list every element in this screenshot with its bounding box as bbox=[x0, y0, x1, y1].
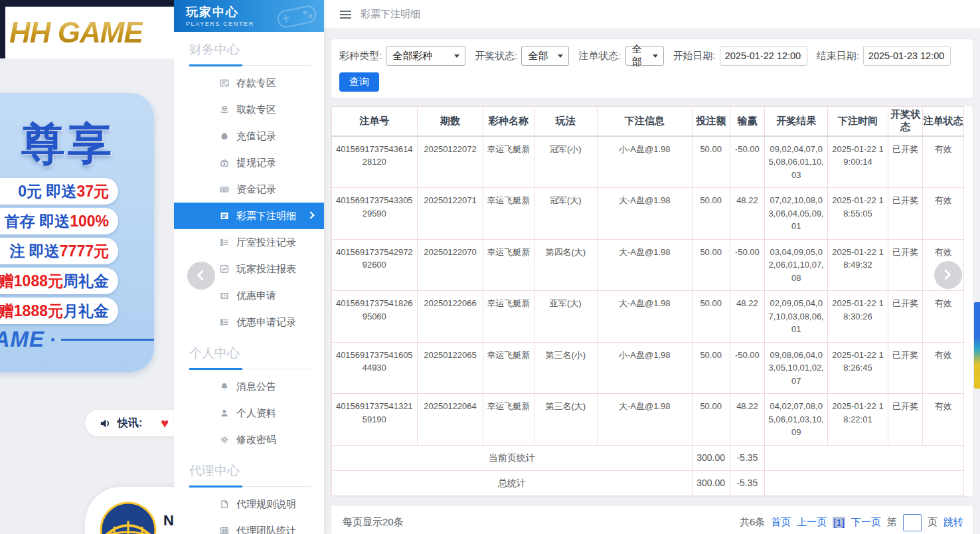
sidebar-item-recharge-record[interactable]: 充值记录 bbox=[174, 123, 324, 149]
table-cell: 小-A盘@1.98 bbox=[597, 136, 692, 188]
table-cell: 50.00 bbox=[692, 136, 730, 188]
query-button[interactable]: 查询 bbox=[339, 72, 379, 92]
sidebar-item-profile[interactable]: 个人资料 bbox=[174, 400, 324, 426]
hall-bet-record-icon bbox=[219, 237, 230, 248]
sidebar-item-withdraw-record[interactable]: 提现记录 bbox=[174, 149, 324, 176]
promo-pill-text: 首存 即送 bbox=[5, 211, 70, 232]
order-status-select[interactable]: 全部 bbox=[625, 46, 664, 66]
profile-icon bbox=[219, 408, 230, 418]
chevron-right-icon bbox=[941, 270, 951, 280]
table-header-cell: 投注额 bbox=[692, 107, 730, 136]
bets-table: 注单号期数彩种名称玩法下注信息投注额输赢开奖结果下注时间开奖状态注单状态 401… bbox=[331, 106, 964, 496]
table-cell: 已开奖 bbox=[888, 188, 922, 240]
promo-pill-text: 月礼金 bbox=[63, 301, 109, 321]
promo-pill: 加赠1088元周礼金 bbox=[0, 268, 118, 294]
promo-pill-text: 加赠1088元 bbox=[0, 271, 63, 292]
next-page-link[interactable]: 下一页 bbox=[851, 516, 881, 529]
sidebar-item-label: 代理规则说明 bbox=[236, 498, 296, 511]
team-logo-icon bbox=[100, 501, 157, 534]
table-cell: 04,02,07,08,05,06,01,03,10,09 bbox=[765, 394, 828, 446]
table-header-cell: 玩法 bbox=[534, 107, 597, 136]
menu-toggle-icon[interactable] bbox=[340, 9, 351, 21]
sidebar-item-bet-detail[interactable]: 彩票下注明细 bbox=[174, 203, 324, 229]
table-cell: 冠军(小) bbox=[534, 136, 597, 188]
topbar: 彩票下注明细 bbox=[324, 0, 980, 29]
table-cell: 有效 bbox=[923, 136, 964, 188]
page-size-text: 每页显示20条 bbox=[343, 516, 404, 529]
end-date-input[interactable] bbox=[863, 46, 951, 66]
table-cell: 大-A盘@1.98 bbox=[597, 188, 692, 240]
promo-headline: 尊享 bbox=[21, 114, 114, 174]
lottery-type-select[interactable]: 全部彩种 bbox=[386, 46, 465, 66]
table-header-cell: 注单号 bbox=[332, 107, 418, 136]
service-widget-tab[interactable] bbox=[974, 302, 980, 389]
table-header-cell: 期数 bbox=[417, 107, 483, 136]
bets-table-panel: 注单号期数彩种名称玩法下注信息投注额输赢开奖结果下注时间开奖状态注单状态 401… bbox=[331, 106, 973, 497]
pagination-bar: 每页显示20条 共6条 首页 上一页 [1] 下一页 第 页 跳转 bbox=[331, 505, 973, 534]
recharge-record-icon bbox=[219, 131, 230, 141]
table-cell: 有效 bbox=[923, 188, 964, 240]
sidebar-item-agent-rules[interactable]: 代理规则说明 bbox=[174, 491, 324, 517]
table-cell: 02,09,05,04,07,10,03,08,06,01 bbox=[765, 291, 828, 343]
sidebar-item-hall-bet-record[interactable]: 厅室投注记录 bbox=[174, 229, 324, 256]
jump-page-input[interactable] bbox=[903, 514, 922, 531]
promo-apply-icon bbox=[219, 290, 230, 301]
table-cell: 20250122064 bbox=[417, 394, 483, 446]
first-page-link[interactable]: 首页 bbox=[771, 516, 791, 529]
summary-bet-total: 300.00 bbox=[692, 445, 730, 470]
summary-bet-total: 300.00 bbox=[692, 470, 730, 495]
table-body: 40156917375436142812020250122072幸运飞艇新冠军(… bbox=[332, 136, 964, 496]
table-header-cell: 下注时间 bbox=[828, 107, 888, 136]
table-header-cell: 下注信息 bbox=[597, 107, 692, 136]
sidebar-item-agent-team[interactable]: 代理团队统计 bbox=[174, 517, 324, 534]
sidebar-item-password[interactable]: 修改密码 bbox=[174, 426, 324, 453]
table-cell: 幸运飞艇新 bbox=[483, 342, 534, 394]
sidebar-item-promo-apply-record[interactable]: 优惠申请记录 bbox=[174, 309, 324, 335]
promo-footer: GAME bbox=[0, 327, 154, 352]
table-cell: 401569173754297292600 bbox=[332, 239, 418, 291]
start-date-input[interactable] bbox=[720, 46, 807, 66]
sidebar-item-deposit[interactable]: 存款专区 bbox=[174, 70, 324, 96]
sidebar-item-label: 代理团队统计 bbox=[236, 525, 296, 534]
sidebar-item-label: 消息公告 bbox=[236, 381, 276, 393]
deposit-icon bbox=[219, 78, 230, 88]
sidebar-item-label: 提现记录 bbox=[236, 157, 276, 169]
table-cell: 幸运飞艇新 bbox=[483, 188, 534, 240]
panel-expand-button[interactable] bbox=[934, 261, 962, 289]
table-cell: 20250122070 bbox=[417, 239, 483, 291]
table-cell: 401569173754160544930 bbox=[332, 342, 418, 394]
table-cell: 幸运飞艇新 bbox=[483, 291, 534, 343]
left-dark-strip bbox=[0, 0, 5, 58]
table-cell: 09,02,04,07,05,08,06,01,10,03 bbox=[765, 136, 828, 188]
table-row: 40156917375418269506020250122066幸运飞艇新亚军(… bbox=[332, 291, 964, 343]
current-page-indicator: [1] bbox=[833, 517, 845, 528]
speaker-icon bbox=[100, 418, 112, 429]
summary-label: 当前页统计 bbox=[332, 445, 693, 470]
jump-button[interactable]: 跳转 bbox=[943, 516, 963, 529]
table-cell: 幸运飞艇新 bbox=[483, 136, 534, 188]
sidebar-item-funds-record[interactable]: 资金记录 bbox=[174, 176, 324, 203]
bet-detail-icon bbox=[219, 211, 230, 221]
logo-band: HH GAME bbox=[5, 7, 174, 58]
table-cell: 大-A盘@1.98 bbox=[597, 291, 692, 343]
table-cell: 50.00 bbox=[692, 188, 730, 240]
table-cell: 第三名(大) bbox=[534, 394, 597, 446]
table-header-row: 注单号期数彩种名称玩法下注信息投注额输赢开奖结果下注时间开奖状态注单状态 bbox=[332, 107, 964, 136]
table-row: 40156917375413215919020250122064幸运飞艇新第三名… bbox=[332, 394, 964, 446]
sidebar-item-withdraw[interactable]: 取款专区 bbox=[174, 96, 324, 123]
agent-rules-icon bbox=[219, 499, 230, 509]
promo-apply-record-icon bbox=[219, 317, 230, 327]
order-status-value: 全部 bbox=[632, 43, 647, 68]
sidebar-item-label: 优惠申请记录 bbox=[236, 316, 296, 329]
sidebar-item-messages[interactable]: 消息公告 bbox=[174, 373, 324, 400]
table-cell: 48.22 bbox=[730, 394, 764, 446]
table-cell: 401569173754132159190 bbox=[332, 394, 418, 446]
table-cell: 07,02,10,08,03,06,04,05,09,01 bbox=[765, 188, 828, 240]
table-cell: 亚军(大) bbox=[534, 291, 597, 343]
sidebar-section-label: 个人中心 bbox=[189, 345, 324, 362]
prev-page-link[interactable]: 上一页 bbox=[797, 516, 827, 529]
table-cell: 幸运飞艇新 bbox=[483, 394, 534, 446]
promo-pill-text: 37元 bbox=[76, 181, 109, 202]
sidebar-collapse-button[interactable] bbox=[187, 262, 215, 290]
draw-status-select[interactable]: 全部 bbox=[521, 46, 569, 66]
